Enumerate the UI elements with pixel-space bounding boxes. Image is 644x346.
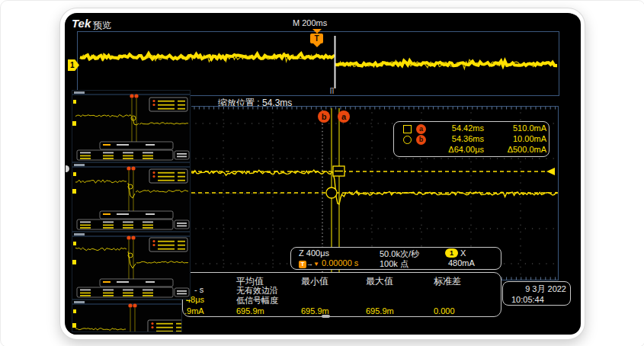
cursor-delta-value: Δ500.0mA bbox=[484, 145, 546, 154]
meas-row3-mean: 695.9m bbox=[236, 306, 264, 316]
cursor-a-time: 54.42ms bbox=[429, 123, 484, 133]
svg-text:[]: [] bbox=[330, 87, 334, 94]
meas-row1-fragment: - s bbox=[194, 285, 203, 294]
zoom-position-line[interactable]: [] bbox=[330, 36, 335, 94]
meas-row2-status: 低信号幅度 bbox=[236, 295, 278, 306]
cursor-b-time: 54.36ms bbox=[429, 134, 484, 143]
acquisition-mode-label: 预览 bbox=[93, 19, 111, 32]
cursor-b-circle-icon bbox=[403, 136, 412, 144]
svg-text:b: b bbox=[322, 112, 327, 121]
cursor-b-badge: b bbox=[416, 135, 426, 145]
edge-handle-dot bbox=[66, 165, 69, 172]
channel-1-pill: 1 bbox=[445, 248, 458, 258]
trigger-flag-icon: T bbox=[310, 34, 323, 43]
tek-logo: Tek bbox=[72, 17, 91, 30]
scope-screen: Tek 预览 M 200ms [] 1 T 缩放位置 : 54.3ms ba a… bbox=[66, 14, 581, 335]
screenshot-canvas: Tek 预览 M 200ms [] 1 T 缩放位置 : 54.3ms ba a… bbox=[0, 0, 644, 346]
cursor-b-flag[interactable]: b bbox=[318, 111, 330, 123]
meas-row3-fragment: .9mA bbox=[184, 306, 204, 316]
cursor-delta-time: Δ64.00μs bbox=[429, 145, 484, 154]
col-header-max: 最大值 bbox=[366, 275, 393, 288]
acquisition-readout-box: Z 400μs 50.0k次/秒 1 X T→▼ 0.00000 s 100k … bbox=[290, 247, 501, 270]
zoom-scale-readout: Z 400μs bbox=[299, 248, 329, 258]
scope-thumbnail-2 bbox=[72, 162, 191, 232]
datetime-box: 9 3月 2022 10:05:44 bbox=[502, 281, 571, 306]
date-readout: 9 3月 2022 bbox=[507, 284, 566, 295]
trigger-icon: T bbox=[299, 261, 306, 268]
arrow-right-icon: → bbox=[306, 260, 313, 268]
cursor-readout-box: a 54.42ms 510.0mA b 54.36ms 10.00mA Δ64.… bbox=[393, 121, 549, 157]
col-header-min: 最小值 bbox=[301, 275, 328, 288]
trigger-flag-point bbox=[313, 43, 321, 47]
meas-row3-std: 0.000 bbox=[434, 306, 455, 316]
trigger-position-readout: 0.00000 s bbox=[322, 258, 358, 268]
cursor-a-badge: a bbox=[416, 124, 426, 134]
table-scroll-nub bbox=[322, 315, 330, 318]
triangle-down-icon: ▼ bbox=[313, 261, 319, 268]
meas-row3-max: 695.9m bbox=[366, 306, 394, 316]
vertical-scale-readout: 480mA bbox=[445, 258, 475, 268]
trigger-position-marker[interactable]: T bbox=[310, 29, 324, 47]
track-arrow-icon bbox=[546, 168, 555, 175]
cursor-a-square-icon bbox=[403, 125, 412, 133]
cursor-a-value: 510.0mA bbox=[484, 123, 546, 133]
cursor-a-flag[interactable]: a bbox=[338, 111, 350, 123]
svg-text:a: a bbox=[341, 112, 347, 121]
scope-thumbnail-4 bbox=[72, 300, 182, 332]
time-readout: 10:05:44 bbox=[507, 295, 566, 304]
scope-thumbnail-1 bbox=[72, 90, 191, 162]
scope-thumbnail-3 bbox=[72, 232, 191, 300]
col-header-std: 标准差 bbox=[434, 275, 461, 288]
record-length-readout: 100k 点 bbox=[380, 258, 409, 270]
cursor-b-value: 10.00mA bbox=[484, 134, 546, 143]
measurement-table: 平均值 最小值 最大值 标准差 - s 无有效边沿 48μs 低信号幅度 .9m… bbox=[182, 272, 501, 317]
channel-suffix: X bbox=[460, 248, 466, 258]
cursor-b-handle bbox=[326, 187, 337, 198]
main-timebase-readout: M 200ms bbox=[293, 18, 327, 27]
zoom-trace bbox=[191, 170, 557, 204]
